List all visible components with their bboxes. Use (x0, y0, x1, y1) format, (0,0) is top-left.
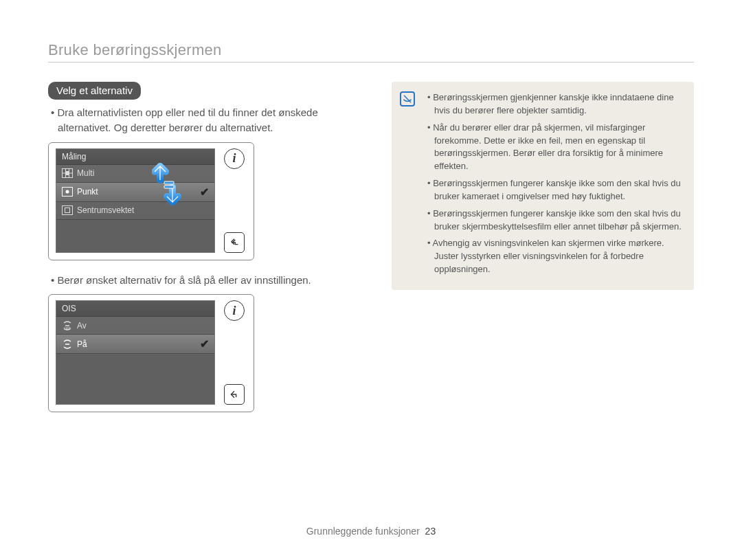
note-item: Avhengig av visningsvinkelen kan skjerme… (426, 237, 682, 276)
left-column: Velg et alternativ Dra alternativlisten … (48, 82, 364, 425)
lcd1-row-multi[interactable]: Multi (56, 165, 214, 183)
note-item: Berøringsskjermen fungerer kanskje ikke … (426, 208, 682, 234)
back-icon[interactable] (224, 384, 245, 405)
check-icon: ✔ (200, 186, 209, 199)
svg-text:OFF: OFF (64, 326, 71, 331)
footer-label: Grunnleggende funksjoner (306, 526, 420, 537)
lcd1-row-label: Punkt (77, 187, 98, 197)
instruction-2: Berør ønsket alternativ for å slå på ell… (48, 273, 364, 288)
lcd1-empty (56, 220, 214, 252)
metering-multi-icon (62, 168, 73, 178)
page-number: 23 (425, 526, 436, 537)
back-icon[interactable] (224, 232, 245, 253)
svg-rect-7 (63, 206, 73, 215)
lcd2-row-pa[interactable]: På ✔ (56, 335, 214, 354)
content-columns: Velg et alternativ Dra alternativlisten … (48, 82, 694, 425)
svg-point-6 (66, 190, 69, 194)
lcd1-row-center[interactable]: Sentrumsvektet (56, 202, 214, 220)
lcd2-empty (56, 354, 214, 404)
lcd1-row-label: Multi (77, 168, 94, 178)
lcd1-title: Måling (56, 149, 214, 165)
info-icon[interactable]: i (224, 148, 245, 169)
ois-on-icon (62, 339, 73, 349)
lcd2-row-av[interactable]: OFF Av (56, 317, 214, 335)
note-item: Berøringsskjermen fungerer kanskje ikke … (426, 177, 682, 203)
device-frame-2: OIS OFF Av På ✔ i (48, 294, 254, 412)
right-column: Berøringsskjermen gjenkjenner kanskje ik… (392, 82, 694, 425)
metering-spot-icon (62, 187, 73, 197)
note-item: Når du berører eller drar på skjermen, v… (426, 122, 682, 173)
note-list: Berøringsskjermen gjenkjenner kanskje ik… (426, 91, 682, 276)
instruction-1: Dra alternativlisten opp eller ned til d… (48, 105, 364, 135)
device-frame-1: Måling Multi Punkt ✔ (48, 142, 254, 260)
note-badge-icon (400, 91, 415, 107)
note-item: Berøringsskjermen gjenkjenner kanskje ik… (426, 91, 682, 117)
metering-center-icon (62, 205, 73, 215)
lcd1-row-label: Sentrumsvektet (77, 205, 134, 215)
check-icon: ✔ (200, 337, 209, 350)
lcd2-row-label: Av (77, 321, 87, 331)
lcd2-title: OIS (56, 301, 214, 317)
page-footer: Grunnleggende funksjoner 23 (0, 526, 742, 537)
lcd1-row-punkt[interactable]: Punkt ✔ (56, 183, 214, 202)
side-controls-1: i (222, 148, 247, 253)
side-controls-2: i (222, 300, 247, 405)
lcd2-row-label: På (77, 339, 87, 349)
lcd-screen-2[interactable]: OIS OFF Av På ✔ (56, 300, 215, 405)
page-title: Bruke berøringsskjermen (48, 41, 694, 63)
svg-rect-4 (66, 171, 69, 175)
lcd-screen-1[interactable]: Måling Multi Punkt ✔ (56, 148, 215, 253)
ois-off-icon: OFF (62, 321, 73, 331)
svg-rect-8 (65, 208, 70, 213)
section-pill: Velg et alternativ (48, 82, 141, 100)
note-box: Berøringsskjermen gjenkjenner kanskje ik… (392, 82, 694, 290)
info-icon[interactable]: i (224, 300, 245, 321)
